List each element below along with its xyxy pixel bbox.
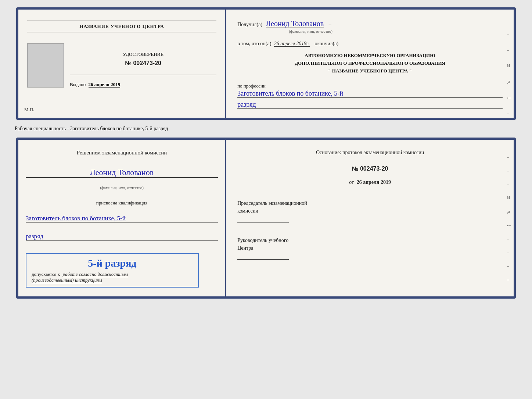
- chair-signature-block: Председатель экзаменационной комиссии: [237, 199, 503, 224]
- qualification-card2: Заготовитель блоков по ботанике, 5-й: [26, 215, 218, 222]
- head-label: Руководитель учебного: [237, 236, 503, 244]
- org-line3: " НАЗВАНИЕ УЧЕБНОГО ЦЕНТРА ": [237, 67, 503, 75]
- cert-number: № 002473-20: [123, 58, 163, 68]
- profession-block-card1: по профессии Заготовитель блоков по бота…: [237, 82, 503, 109]
- mp-label: М.П.: [24, 107, 34, 113]
- stamp-main-text: 5-й разряд: [32, 257, 193, 269]
- issued-date: 26 апреля 2019: [89, 82, 121, 88]
- issued-block: Выдано 26 апреля 2019: [70, 82, 216, 88]
- proto-number-card2: № 002473-20: [237, 165, 503, 172]
- date-line-card1: в том, что он(а) 26 апреля 2019г. окончи…: [237, 41, 503, 47]
- date-ot-card2: от 26 апреля 2019: [237, 179, 503, 185]
- chair-label2: комиссии: [237, 207, 503, 215]
- basis-text: Основание: протокол экзаменационной коми…: [316, 150, 424, 155]
- razryad-card1: разряд: [237, 101, 503, 109]
- org-name-top: НАЗВАНИЕ УЧЕБНОГО ЦЕНТРА: [27, 21, 216, 32]
- decision-text: Решением экзаменационной комиссии: [77, 150, 167, 156]
- certificate-card-1: НАЗВАНИЕ УЧЕБНОГО ЦЕНТРА УДОСТОВЕРЕНИЕ №…: [16, 7, 516, 120]
- name-subtitle-card2: (фамилия, имя, отчество): [26, 185, 218, 190]
- right-dashes-card2: – – – И ,а ‹– – – – –: [507, 154, 511, 282]
- org-line2: ДОПОЛНИТЕЛЬНОГО ПРОФЕССИОНАЛЬНОГО ОБРАЗО…: [237, 60, 503, 67]
- decision-title: Решением экзаменационной комиссии: [26, 149, 218, 157]
- certificate-card-2: Решением экзаменационной комиссии Леонид…: [16, 138, 516, 299]
- razryad-card2: разряд: [26, 233, 43, 240]
- cert-label: УДОСТОВЕРЕНИЕ: [123, 51, 163, 58]
- date-suffix-card1: окончил(а): [315, 41, 339, 46]
- assigned-label: присвоена квалификация: [26, 200, 218, 206]
- basis-title: Основание: протокол экзаменационной коми…: [237, 149, 503, 157]
- head-sig-line: [237, 259, 289, 260]
- right-dashes-card1: – – И ,а ‹– –: [507, 32, 511, 116]
- separator-text: Рабочая специальность - Заготовитель бло…: [7, 126, 168, 132]
- stamp-prefix: допускается к: [32, 271, 60, 277]
- photo-placeholder: [27, 43, 64, 88]
- chair-sig-line: [237, 222, 289, 222]
- stamp-italic: работе согласно должностным: [62, 271, 128, 277]
- head-signature-block: Руководитель учебного Центра: [237, 236, 503, 261]
- name-subtitle-card1: (фамилия, имя, отчество): [289, 29, 503, 34]
- head-label2: Центра: [237, 244, 503, 252]
- stamp-italic2: (производственным) инструкциям: [32, 277, 102, 283]
- received-prefix: Получил(а): [237, 22, 262, 27]
- issued-label: Выдано: [70, 82, 86, 87]
- stamp-box: 5-й разряд допускается к работе согласно…: [26, 253, 199, 288]
- date-prefix-card1: в том, что он(а): [237, 41, 271, 46]
- person-name-card2: Леонид Толованов: [26, 168, 218, 178]
- received-line: Получил(а) Леонид Толованов – (фамилия, …: [237, 18, 503, 34]
- card2-left-panel: Решением экзаменационной комиссии Леонид…: [18, 140, 226, 297]
- card1-left-panel: НАЗВАНИЕ УЧЕБНОГО ЦЕНТРА УДОСТОВЕРЕНИЕ №…: [18, 10, 226, 118]
- date-ot-value: 26 апреля 2019: [357, 179, 391, 185]
- org-line1: АВТОНОМНУЮ НЕКОММЕРЧЕСКУЮ ОРГАНИЗАЦИЮ: [237, 52, 503, 60]
- chair-label: Председатель экзаменационной: [237, 199, 503, 207]
- card1-right-panel: Получил(а) Леонид Толованов – (фамилия, …: [226, 10, 514, 118]
- card2-right-panel: Основание: протокол экзаменационной коми…: [226, 140, 514, 297]
- date-ot-prefix: от: [349, 179, 354, 185]
- profession-name-card1: Заготовитель блоков по ботанике, 5-й: [237, 90, 503, 98]
- person-name-card1: Леонид Толованов: [266, 19, 324, 28]
- stamp-sub: допускается к работе согласно должностны…: [32, 271, 193, 283]
- date-value-card1: 26 апреля 2019г.: [274, 41, 310, 47]
- org-block-card1: АВТОНОМНУЮ НЕКОММЕРЧЕСКУЮ ОРГАНИЗАЦИЮ ДО…: [237, 52, 503, 75]
- cert-label-block: УДОСТОВЕРЕНИЕ № 002473-20: [123, 51, 163, 68]
- profession-prefix: по профессии: [237, 83, 266, 89]
